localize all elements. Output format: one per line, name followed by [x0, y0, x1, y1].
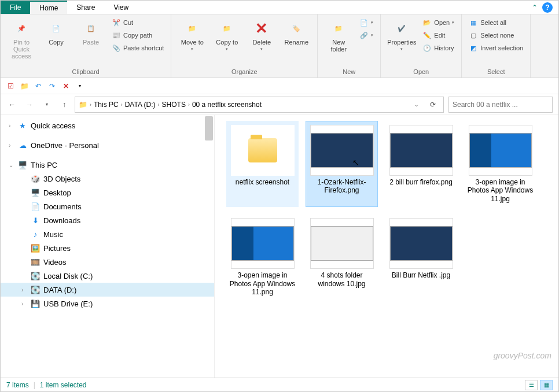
open-icon: 📂	[422, 18, 432, 27]
newitem-icon: 📄	[359, 18, 369, 27]
chevron-right-icon[interactable]: ›	[21, 301, 27, 307]
drive-icon: 💽	[31, 271, 40, 280]
chevron-right-icon[interactable]: ›	[158, 102, 160, 108]
recent-locations-button[interactable]: ▾	[41, 99, 53, 110]
group-organize-label: Organize	[176, 67, 312, 76]
address-bar[interactable]: 📁 › This PC › DATA (D:) › SHOTS › 00 a n…	[75, 97, 444, 113]
music-icon: ♪	[31, 230, 40, 239]
documents-icon: 📄	[31, 202, 40, 211]
history-button[interactable]: 🕑History	[420, 42, 457, 54]
properties-button[interactable]: ✔️Properties▾	[385, 17, 418, 54]
tab-share[interactable]: Share	[67, 1, 104, 14]
address-dropdown-button[interactable]: ⌄	[410, 98, 424, 112]
forward-button[interactable]: →	[24, 99, 35, 110]
desktop-icon: 🖥️	[31, 188, 40, 197]
tab-view[interactable]: View	[104, 1, 138, 14]
file-item[interactable]: 3-open image in Photos App Windows 11.pn…	[226, 214, 299, 300]
qat-redo-icon[interactable]: ↷	[47, 81, 57, 91]
navigation-pane[interactable]: ›★Quick access ›☁OneDrive - Personal ⌄🖥️…	[1, 115, 215, 378]
copy-button[interactable]: 📄Copy	[40, 17, 72, 48]
group-open-label: Open	[385, 67, 457, 76]
up-button[interactable]: ↑	[58, 99, 70, 110]
cut-button[interactable]: ✂️Cut	[109, 17, 166, 28]
chevron-right-icon[interactable]: ›	[9, 142, 14, 149]
copy-path-button[interactable]: 📰Copy path	[109, 29, 166, 41]
crumb-current[interactable]: 00 a netflix screenshot	[192, 101, 262, 109]
chevron-down-icon[interactable]: ⌄	[9, 162, 14, 168]
refresh-button[interactable]: ⟳	[426, 98, 440, 112]
status-item-count: 7 items	[6, 381, 29, 389]
move-to-button[interactable]: 📁Move to▾	[176, 17, 208, 54]
chevron-right-icon[interactable]: ›	[21, 287, 27, 293]
qat-folder-icon[interactable]: 📁	[19, 81, 30, 91]
drive-icon: 💽	[31, 285, 40, 294]
search-input[interactable]	[453, 101, 549, 109]
tree-data-d[interactable]: ›💽DATA (D:)	[1, 283, 214, 297]
tree-downloads[interactable]: ⬇Downloads	[1, 213, 214, 227]
tree-local-disk-c[interactable]: 💽Local Disk (C:)	[1, 269, 214, 283]
file-item[interactable]: 4 shots folder windows 10.jpg	[306, 214, 378, 300]
qat-undo-icon[interactable]: ↶	[33, 81, 43, 91]
cut-icon: ✂️	[112, 18, 121, 27]
tab-home[interactable]: Home	[30, 1, 67, 14]
chevron-right-icon[interactable]: ›	[90, 102, 91, 108]
tree-onedrive[interactable]: ›☁OneDrive - Personal	[1, 138, 214, 152]
usb-icon: 💾	[31, 299, 40, 308]
qat-delete-icon[interactable]: ✕	[61, 81, 71, 91]
tree-this-pc[interactable]: ⌄🖥️This PC	[1, 158, 214, 172]
tree-desktop[interactable]: 🖥️Desktop	[1, 186, 214, 199]
quick-access-toolbar: ☑ 📁 ↶ ↷ ✕ ▾	[1, 78, 558, 94]
scrollbar-thumb[interactable]	[205, 116, 213, 140]
paste-shortcut-button[interactable]: 📎Paste shortcut	[109, 42, 166, 54]
chevron-right-icon[interactable]: ›	[121, 102, 123, 108]
file-item[interactable]: 3-open image in Photos App Windows 11.jp…	[464, 121, 536, 207]
file-name: 1-Ozark-Netflix-Firefox.png	[308, 178, 375, 195]
invert-selection-button[interactable]: ◩Invert selection	[466, 42, 525, 54]
rename-button[interactable]: 🏷️Rename	[280, 17, 312, 48]
tree-usb-drive-e[interactable]: ›💾USB Drive (E:)	[1, 297, 214, 310]
content-pane[interactable]: netflix screenshot ↖ 1-Ozark-Netflix-Fir…	[215, 115, 558, 378]
help-icon[interactable]: ?	[542, 2, 553, 13]
easyaccess-icon: 🔗	[359, 31, 369, 40]
edit-button[interactable]: ✏️Edit	[420, 29, 457, 41]
easy-access-button[interactable]: 🔗▾	[357, 29, 376, 41]
pin-to-quick-access-button[interactable]: 📌Pin to Quick access	[5, 17, 38, 62]
file-item[interactable]: ↖ 1-Ozark-Netflix-Firefox.png	[306, 121, 378, 207]
tree-quick-access[interactable]: ›★Quick access	[1, 119, 214, 132]
invert-icon: ◩	[469, 43, 478, 53]
chevron-right-icon[interactable]: ›	[188, 102, 190, 108]
select-none-button[interactable]: ▢Select none	[466, 29, 525, 41]
file-item[interactable]: Bill Burr Netflix .jpg	[385, 214, 457, 300]
selectnone-icon: ▢	[469, 31, 478, 40]
new-folder-button[interactable]: 📁New folder	[322, 17, 355, 55]
tree-3d-objects[interactable]: 🎲3D Objects	[1, 172, 214, 186]
back-button[interactable]: ←	[6, 99, 18, 110]
select-all-button[interactable]: ▦Select all	[466, 17, 525, 28]
thumbnails-view-button[interactable]: ▦	[540, 380, 553, 390]
new-item-button[interactable]: 📄▾	[357, 17, 376, 28]
tree-pictures[interactable]: 🖼️Pictures	[1, 241, 214, 255]
qat-check-icon[interactable]: ☑	[5, 81, 16, 91]
qat-customize-icon[interactable]: ▾	[75, 81, 85, 91]
file-item-folder[interactable]: netflix screenshot	[226, 121, 299, 207]
minimize-ribbon-icon[interactable]: ⌃	[532, 3, 538, 12]
shortcut-icon: 📎	[112, 43, 121, 53]
open-button[interactable]: 📂Open▾	[420, 17, 457, 28]
copy-to-button[interactable]: 📁Copy to▾	[211, 17, 243, 54]
chevron-right-icon[interactable]: ›	[9, 123, 14, 129]
file-name: 4 shots folder windows 10.jpg	[308, 271, 375, 288]
delete-button[interactable]: ✕Delete▾	[245, 17, 278, 54]
tree-videos[interactable]: 🎞️Videos	[1, 255, 214, 269]
tab-file[interactable]: File	[1, 1, 30, 14]
paste-button[interactable]: 📋Paste	[75, 17, 107, 48]
crumb-shots[interactable]: SHOTS	[162, 101, 186, 109]
crumb-thispc[interactable]: This PC	[94, 101, 119, 109]
details-view-button[interactable]: ☰	[525, 380, 538, 390]
file-item[interactable]: 2 bill burr firefox.png	[385, 121, 457, 207]
folder-thumbnail	[231, 125, 295, 176]
crumb-drive[interactable]: DATA (D:)	[125, 101, 156, 109]
tree-documents[interactable]: 📄Documents	[1, 199, 214, 213]
search-box[interactable]	[448, 97, 553, 113]
star-icon: ★	[18, 121, 27, 130]
tree-music[interactable]: ♪Music	[1, 227, 214, 241]
